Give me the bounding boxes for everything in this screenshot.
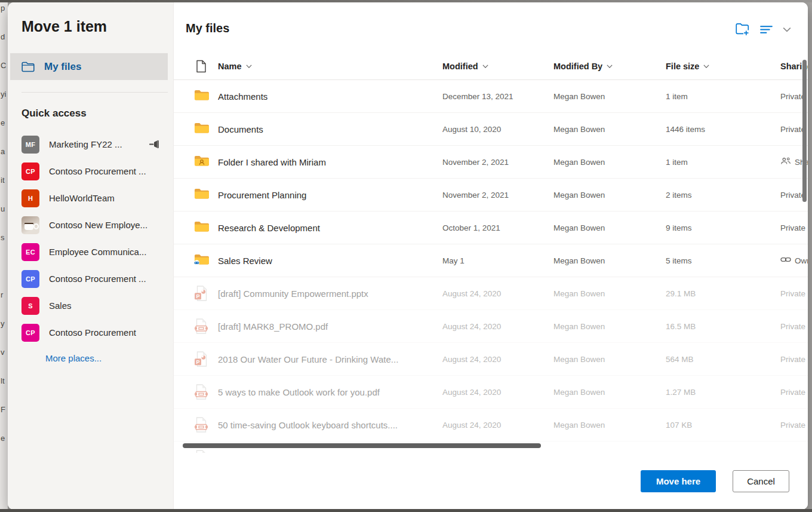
quick-access-item-label: Contoso Procurement — [49, 327, 136, 338]
item-name: Sales Review — [218, 256, 442, 266]
new-folder-icon[interactable] — [736, 23, 750, 36]
item-modified-by: Megan Bowen — [553, 289, 666, 298]
file-table: Name Modified Modified By File size Shar… — [174, 53, 808, 453]
document-type-column-icon[interactable] — [184, 60, 218, 73]
item-name: Research & Development — [218, 223, 442, 233]
coffee-mug-thumbnail — [21, 216, 39, 234]
item-modified-by: Megan Bowen — [553, 355, 666, 364]
folder-row[interactable]: Folder I shared with Miriam November 2, … — [174, 146, 808, 179]
column-header-name[interactable]: Name — [218, 62, 442, 71]
item-modified-by: Megan Bowen — [553, 125, 666, 134]
quick-access-item[interactable]: EC Employee Communica... — [8, 238, 173, 265]
folder-row[interactable]: Procurement Planning November 2, 2021 Me… — [174, 179, 808, 211]
avatar-initials: H — [28, 195, 33, 202]
avatar-initials: S — [28, 302, 33, 309]
item-name: Documents — [218, 124, 442, 134]
quick-access-item[interactable]: CP Contoso Procurement ... — [8, 265, 173, 292]
chevron-down-icon[interactable] — [783, 27, 791, 32]
file-row: [draft] Community Empowerment.pptx Augus… — [174, 277, 808, 310]
quick-access-item[interactable]: CP Contoso Procurement — [8, 319, 173, 346]
site-avatar: CP — [21, 163, 39, 180]
chevron-down-icon — [703, 65, 709, 68]
folder-icon — [184, 88, 218, 104]
chevron-down-icon — [246, 65, 252, 68]
folder-row[interactable]: Sales Review May 1 Megan Bowen 5 items O… — [174, 244, 808, 277]
quick-access-item[interactable]: MF Marketing FY22 ... — [8, 131, 173, 158]
item-sharing-status: Private — [780, 322, 808, 331]
sort-options-icon[interactable] — [760, 25, 773, 34]
background-text-fragment: lt — [1, 376, 5, 385]
screen-edge-top — [0, 0, 812, 2]
item-modified-date: May 1 — [442, 256, 553, 265]
item-name: [draft] MARK8_PROMO.pdf — [218, 321, 442, 332]
dialog-footer: Move here Cancel — [641, 470, 789, 492]
quick-access-item-label: Sales — [49, 301, 72, 311]
quick-access-item-label: Contoso Procurement ... — [49, 166, 146, 176]
pdf-icon — [184, 417, 218, 433]
more-places-link[interactable]: More places... — [45, 353, 102, 363]
item-file-size: 1446 items — [666, 125, 780, 134]
quick-access-item[interactable]: Contoso New Employe... — [8, 211, 173, 238]
chevron-down-icon — [607, 65, 613, 68]
background-page-sliver: pdCyieaitusryvltFe — [0, 0, 8, 512]
item-modified-by: Megan Bowen — [553, 388, 666, 397]
background-text-fragment: a — [1, 147, 5, 156]
table-header-row: Name Modified Modified By File size Shar… — [174, 53, 808, 80]
item-modified-date: August 24, 2020 — [442, 388, 553, 397]
move-here-button[interactable]: Move here — [641, 470, 716, 492]
site-avatar: EC — [21, 243, 39, 261]
item-modified-by: Megan Bowen — [553, 158, 666, 167]
item-name: Procurement Planning — [218, 190, 442, 200]
quick-access-item-label: Contoso New Employe... — [49, 220, 147, 230]
file-row: 2018 Our Water Our Future - Drinking Wat… — [174, 343, 808, 376]
background-text-fragment: F — [1, 405, 5, 414]
item-name: 5 ways to make Outlook work for you.pdf — [218, 387, 442, 397]
folder-icon — [184, 220, 218, 235]
folder-row[interactable]: Attachments December 13, 2021 Megan Bowe… — [174, 80, 808, 113]
folder-row[interactable]: Documents August 10, 2020 Megan Bowen 14… — [174, 113, 808, 146]
quick-access-item[interactable]: CP Contoso Procurement ... — [8, 158, 173, 185]
quick-access-item-label: Contoso Procurement ... — [49, 274, 146, 284]
item-file-size: 16.5 MB — [666, 322, 780, 331]
item-sharing-status: Private — [780, 355, 808, 364]
background-text-fragment: y — [1, 319, 5, 328]
dialog-title: Move 1 item — [21, 18, 107, 35]
quick-access-list: MF Marketing FY22 ... CP Contoso Procure… — [8, 131, 173, 346]
column-header-modified[interactable]: Modified — [442, 62, 553, 71]
chain-icon — [780, 256, 791, 265]
horizontal-scrollbar-thumb[interactable] — [183, 443, 541, 448]
item-name: Folder I shared with Miriam — [218, 157, 442, 167]
item-file-size: 9 items — [666, 223, 780, 232]
folder-icon — [184, 121, 218, 137]
item-file-size: 29.1 MB — [666, 289, 780, 298]
item-modified-by: Megan Bowen — [553, 322, 666, 331]
item-modified-date: August 24, 2020 — [442, 355, 553, 364]
item-file-size: 564 MB — [666, 355, 780, 364]
folder-link-icon — [184, 253, 218, 268]
vertical-scrollbar-thumb[interactable] — [802, 60, 807, 202]
column-header-file-size[interactable]: File size — [666, 62, 780, 71]
quick-access-item[interactable]: S Sales — [8, 292, 173, 319]
item-modified-by: Megan Bowen — [553, 421, 666, 430]
folder-icon — [184, 187, 218, 203]
item-file-size: 1.27 MB — [666, 388, 780, 397]
toolbar — [736, 23, 791, 36]
dialog-sidebar: Move 1 item My files Quick access MF Mar… — [8, 2, 174, 510]
column-header-modified-by[interactable]: Modified By — [553, 62, 666, 71]
sidebar-item-my-files[interactable]: My files — [10, 53, 168, 80]
item-sharing-status: Private — [780, 289, 808, 298]
pdf-icon — [184, 450, 218, 453]
background-text-fragment: yi — [1, 90, 6, 99]
pptx-icon — [184, 286, 218, 301]
folder-row[interactable]: Research & Development October 1, 2021 M… — [174, 211, 808, 244]
my-files-label: My files — [44, 61, 81, 73]
quick-access-item-label: HelloWorldTeam — [49, 193, 115, 203]
background-text-fragment: v — [1, 348, 5, 357]
item-modified-date: August 24, 2020 — [442, 322, 553, 331]
people-icon — [780, 157, 791, 167]
cancel-button[interactable]: Cancel — [733, 470, 789, 492]
item-modified-by: Megan Bowen — [553, 191, 666, 200]
background-text-fragment: p — [1, 4, 5, 13]
quick-access-item[interactable]: H HelloWorldTeam — [8, 185, 173, 211]
sidebar-divider — [21, 92, 168, 93]
